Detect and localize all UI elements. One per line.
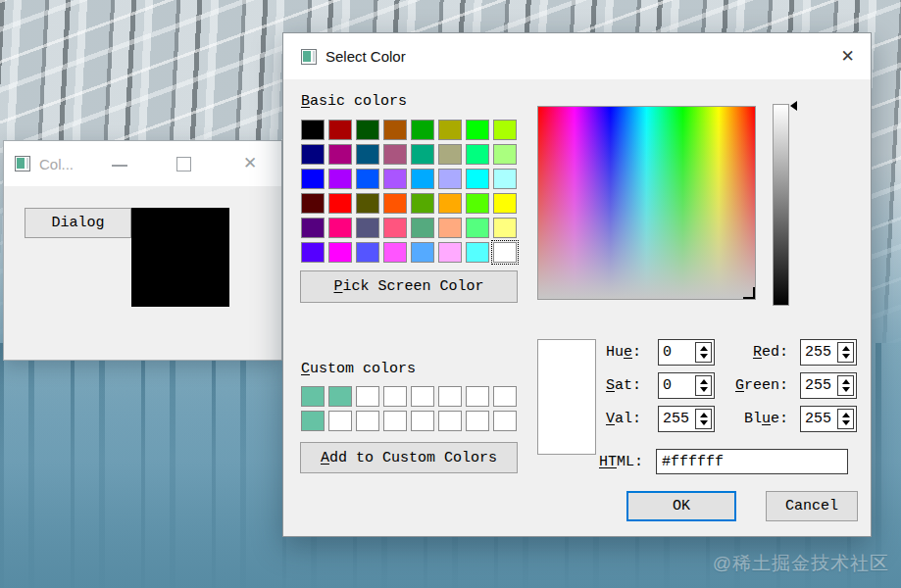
color-swatch[interactable] xyxy=(301,242,325,263)
spinner-arrows[interactable] xyxy=(695,375,712,396)
pick-screen-color-button[interactable]: Pick Screen Color xyxy=(300,270,518,303)
color-swatch[interactable] xyxy=(356,193,379,214)
color-swatch[interactable] xyxy=(383,193,407,214)
spin-down-icon[interactable] xyxy=(842,420,850,425)
color-swatch[interactable] xyxy=(383,169,407,189)
spin-up-icon[interactable] xyxy=(842,379,850,384)
color-swatch[interactable] xyxy=(411,386,434,407)
cancel-button[interactable]: Cancel xyxy=(766,491,858,521)
color-swatch[interactable] xyxy=(466,193,489,214)
spin-up-icon[interactable] xyxy=(842,346,850,351)
color-swatch[interactable] xyxy=(438,242,462,263)
color-swatch[interactable] xyxy=(356,411,379,431)
color-swatch[interactable] xyxy=(328,169,352,189)
color-swatch[interactable] xyxy=(328,411,352,431)
color-swatch[interactable] xyxy=(411,411,434,431)
dialog-titlebar[interactable]: Select Color ✕ xyxy=(283,33,871,79)
color-swatch[interactable] xyxy=(356,169,379,189)
spinner-arrows[interactable] xyxy=(837,375,854,396)
color-swatch[interactable] xyxy=(383,144,407,165)
value-luminance-slider[interactable] xyxy=(773,104,789,306)
color-swatch[interactable] xyxy=(466,386,489,407)
color-swatch[interactable] xyxy=(301,411,325,431)
red-spinbox[interactable]: 255 xyxy=(800,339,857,366)
spin-up-icon[interactable] xyxy=(700,413,708,417)
hue-saturation-picker[interactable] xyxy=(537,106,756,300)
color-swatch[interactable] xyxy=(356,386,379,407)
color-swatch[interactable] xyxy=(328,242,352,263)
color-swatch[interactable] xyxy=(383,120,407,140)
open-dialog-button[interactable]: Dialog xyxy=(25,208,131,238)
color-swatch[interactable] xyxy=(356,242,379,263)
color-swatch[interactable] xyxy=(301,218,325,238)
color-swatch[interactable] xyxy=(301,386,325,407)
spin-down-icon[interactable] xyxy=(700,354,708,359)
color-swatch[interactable] xyxy=(466,120,489,140)
color-swatch[interactable] xyxy=(383,242,407,263)
spinner-arrows[interactable] xyxy=(837,342,854,363)
hue-spinbox[interactable]: 0 xyxy=(658,339,715,366)
spin-down-icon[interactable] xyxy=(700,420,708,425)
color-swatch[interactable] xyxy=(493,144,517,165)
spin-down-icon[interactable] xyxy=(842,354,850,359)
add-to-custom-colors-button[interactable]: Add to Custom Colors xyxy=(300,442,518,473)
color-swatch[interactable] xyxy=(301,193,325,214)
color-swatch[interactable] xyxy=(328,193,352,214)
spin-up-icon[interactable] xyxy=(700,346,708,351)
color-swatch[interactable] xyxy=(493,218,517,238)
spinner-arrows[interactable] xyxy=(695,342,712,363)
maximize-icon[interactable] xyxy=(176,157,191,172)
close-icon[interactable]: ✕ xyxy=(243,153,257,173)
ok-button[interactable]: OK xyxy=(626,491,736,521)
color-swatch[interactable] xyxy=(383,386,407,407)
color-swatch[interactable] xyxy=(438,411,462,431)
color-swatch[interactable] xyxy=(328,386,352,407)
color-swatch[interactable] xyxy=(466,144,489,165)
green-spinbox[interactable]: 255 xyxy=(800,372,857,399)
blue-spinbox[interactable]: 255 xyxy=(800,406,857,432)
color-swatch[interactable] xyxy=(328,218,352,238)
color-swatch[interactable] xyxy=(493,169,517,189)
color-swatch[interactable] xyxy=(438,169,462,189)
spin-down-icon[interactable] xyxy=(842,387,850,392)
close-icon[interactable]: ✕ xyxy=(825,33,871,79)
color-swatch[interactable] xyxy=(411,218,434,238)
color-swatch[interactable] xyxy=(411,193,434,214)
slider-arrow-icon[interactable] xyxy=(790,101,797,111)
minimize-icon[interactable] xyxy=(112,165,127,167)
spin-up-icon[interactable] xyxy=(700,379,708,384)
color-swatch[interactable] xyxy=(301,120,325,140)
color-swatch[interactable] xyxy=(493,193,517,214)
color-swatch[interactable] xyxy=(466,411,489,431)
color-swatch[interactable] xyxy=(411,242,434,263)
sat-spinbox[interactable]: 0 xyxy=(658,372,715,399)
color-swatch[interactable] xyxy=(466,169,489,189)
color-swatch[interactable] xyxy=(356,120,379,140)
color-swatch[interactable] xyxy=(383,411,407,431)
color-swatch[interactable] xyxy=(328,144,352,165)
color-swatch[interactable] xyxy=(438,218,462,238)
color-swatch[interactable] xyxy=(301,144,325,165)
spin-down-icon[interactable] xyxy=(700,387,708,392)
spinner-arrows[interactable] xyxy=(695,409,712,429)
color-swatch[interactable] xyxy=(493,242,517,263)
spin-up-icon[interactable] xyxy=(842,413,850,417)
color-swatch[interactable] xyxy=(356,218,379,238)
color-swatch[interactable] xyxy=(493,120,517,140)
color-swatch[interactable] xyxy=(493,386,517,407)
color-swatch[interactable] xyxy=(383,218,407,238)
color-swatch[interactable] xyxy=(493,411,517,431)
color-swatch[interactable] xyxy=(438,193,462,214)
html-color-input[interactable] xyxy=(656,449,848,474)
color-swatch[interactable] xyxy=(411,120,434,140)
color-swatch[interactable] xyxy=(356,144,379,165)
color-swatch[interactable] xyxy=(466,218,489,238)
color-swatch[interactable] xyxy=(438,386,462,407)
color-swatch[interactable] xyxy=(411,144,434,165)
color-swatch[interactable] xyxy=(411,169,434,189)
val-spinbox[interactable]: 255 xyxy=(658,406,715,432)
color-swatch[interactable] xyxy=(301,169,325,189)
color-swatch[interactable] xyxy=(328,120,352,140)
color-swatch[interactable] xyxy=(438,120,462,140)
color-swatch[interactable] xyxy=(438,144,462,165)
